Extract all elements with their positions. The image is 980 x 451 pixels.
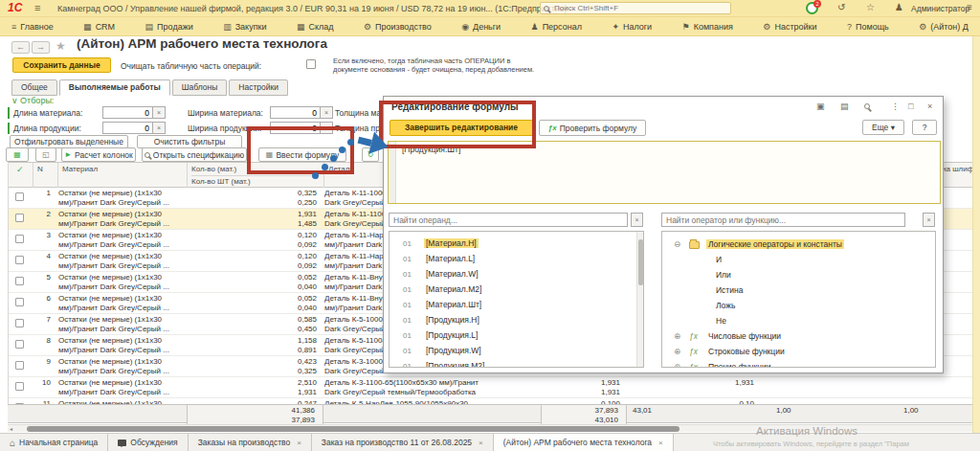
filters-section-toggle[interactable]: ∨ Отборы: (11, 96, 54, 105)
filter-input[interactable] (102, 106, 153, 119)
menu-item-ayton[interactable]: ⚙(Айтон) Д (919, 22, 969, 32)
user-name[interactable]: Администратор (911, 4, 969, 13)
operand-item[interactable]: 01[Материал.M2] (390, 283, 643, 298)
filter-selected-button[interactable]: Отфильтровать выделенные (10, 135, 128, 148)
menu-item-staff[interactable]: ♟Персонал (531, 22, 582, 32)
taskbar-tab-0[interactable]: ⌂Начальная страница (0, 434, 108, 451)
clear-operand-search-icon[interactable]: × (631, 213, 643, 227)
operand-item[interactable]: 01[Продукция.L] (390, 329, 643, 344)
operator-search-input[interactable] (661, 213, 905, 227)
preview-icon[interactable] (864, 101, 870, 111)
print-icon[interactable]: ▤ (840, 101, 849, 111)
operand-item[interactable]: 01[Материал.W] (390, 268, 643, 282)
operand-item[interactable]: 01[Продукция.M2] (390, 360, 643, 368)
user-icon[interactable]: ♟ (895, 2, 903, 12)
favorites-icon[interactable]: ☆ (866, 2, 875, 12)
scrollbar-thumb[interactable] (27, 426, 679, 432)
operand-item[interactable]: 01[Продукция.W] (390, 345, 643, 359)
row-checkbox[interactable] (15, 298, 24, 306)
menu-item-production[interactable]: ⚙Производство (364, 22, 432, 32)
taskbar-tab-2[interactable]: Заказы на производство× (189, 434, 312, 451)
tab-0[interactable]: Общее (11, 79, 57, 96)
history-icon[interactable]: ↺ (837, 2, 845, 12)
close-icon[interactable]: × (927, 101, 932, 111)
clear-filters-button[interactable]: Очистить фильтры (137, 135, 242, 148)
operand-item[interactable]: 01[Материал.H] (390, 237, 643, 252)
filter-input[interactable] (270, 122, 321, 134)
vertical-scrollbar[interactable] (972, 36, 980, 433)
operand-item[interactable]: 01[Материал.Шт] (390, 299, 643, 313)
clear-filter-icon[interactable]: × (153, 106, 166, 119)
column-header-n[interactable]: N (33, 163, 58, 189)
menu-item-crm[interactable]: ▦CRM (83, 22, 115, 32)
clear-filter-icon[interactable]: × (321, 106, 333, 119)
copy-button[interactable]: ◱ (35, 147, 56, 162)
tab-3[interactable]: Настройки (229, 79, 288, 96)
menu-item-sales[interactable]: ▤Продажи (145, 22, 193, 32)
function-group[interactable]: ⊕ƒxСтроковые функции (662, 345, 935, 360)
operand-search-input[interactable] (389, 213, 628, 227)
row-checkbox[interactable] (15, 235, 24, 243)
menu-item-company[interactable]: ⚑Компания (682, 22, 733, 32)
column-header-qty[interactable]: Кол-во (мат.)Кол-во ШТ (мат.) (188, 163, 324, 189)
clear-ops-checkbox[interactable] (306, 59, 316, 69)
save-icon[interactable]: ▣ (816, 101, 825, 111)
formula-input-area[interactable]: [Продукция.Шт] (388, 141, 941, 204)
more-button[interactable]: Еще ▾ (862, 120, 904, 135)
operator-item[interactable]: И (662, 253, 935, 268)
main-menu-icon[interactable]: ≡ (34, 2, 40, 13)
filter-input[interactable] (102, 122, 153, 134)
column-header-select[interactable]: ✓ (9, 163, 33, 189)
forward-button[interactable]: → (32, 41, 50, 54)
operator-item[interactable]: Истина (662, 283, 935, 299)
global-search[interactable] (540, 2, 731, 14)
more-menu-icon[interactable]: ⋮ (891, 101, 900, 111)
function-group[interactable]: ⊕ƒxПрочие функции (662, 360, 935, 368)
tab-1[interactable]: Выполняемые работы (59, 79, 170, 96)
expand-icon[interactable]: ⊕ (674, 331, 680, 341)
operand-item[interactable]: 01[Продукция.H] (390, 314, 643, 328)
open-spec-button[interactable]: Открыть спецификацию (142, 147, 247, 162)
scroll-left-icon[interactable]: ◂ (10, 425, 12, 432)
maximize-icon[interactable]: □ (908, 101, 913, 111)
favorite-star-icon[interactable]: ★ (56, 39, 66, 53)
menu-item-warehouse[interactable]: ▦Склад (297, 22, 334, 32)
back-button[interactable]: ← (11, 41, 30, 54)
function-group[interactable]: ⊕ƒxЧисловые функции (662, 329, 935, 345)
clear-filter-icon[interactable]: × (321, 122, 333, 134)
close-tab-icon[interactable]: × (479, 439, 483, 447)
operand-item[interactable]: 01[Материал.L] (390, 253, 643, 267)
row-checkbox[interactable] (15, 340, 24, 349)
operator-group-logical[interactable]: ⊖Логические операторы и константы (662, 237, 935, 253)
row-checkbox[interactable] (15, 214, 24, 222)
save-data-button[interactable]: Сохранить данные (12, 57, 111, 73)
taskbar-tab-4[interactable]: (Айтон) АРМ рабочего места технолога× (494, 434, 674, 451)
select-all-check-icon[interactable]: ✓ (16, 165, 24, 174)
row-checkbox[interactable] (15, 361, 24, 370)
collapse-icon[interactable]: ⊖ (674, 239, 680, 249)
operator-item[interactable]: Не (662, 314, 935, 329)
clear-operator-search-icon[interactable]: × (923, 213, 935, 227)
row-checkbox[interactable] (15, 256, 24, 264)
row-checkbox[interactable] (15, 319, 24, 327)
operator-item[interactable]: Или (662, 268, 935, 283)
toolbar-settings-icon[interactable]: ≡ (967, 2, 972, 12)
menu-item-settings[interactable]: ⚙Настройки (763, 22, 816, 32)
finish-editing-button[interactable]: Завершить редактирование (390, 120, 533, 136)
clear-filter-icon[interactable]: × (153, 122, 166, 134)
close-tab-icon[interactable]: × (297, 439, 301, 447)
row-checkbox[interactable] (15, 277, 24, 285)
check-formula-button[interactable]: ƒxПроверить формулу (539, 120, 646, 136)
filter-input[interactable] (270, 106, 321, 119)
menu-item-money[interactable]: ◉Деньги (461, 22, 501, 32)
row-checkbox[interactable] (15, 192, 24, 201)
operator-item[interactable]: Ложь (662, 299, 935, 314)
close-tab-icon[interactable]: × (658, 439, 663, 447)
column-header-material[interactable]: Материал (58, 163, 188, 189)
taskbar-tab-1[interactable]: Обсуждения (108, 434, 188, 451)
expand-icon[interactable]: ⊕ (674, 362, 680, 368)
menu-item-help[interactable]: ?Помощь (847, 22, 889, 32)
help-button[interactable]: ? (912, 120, 937, 135)
table-row[interactable]: 10Остатки (не мерные) (1х1х30мм)/Гранит … (9, 377, 972, 398)
search-input[interactable] (552, 3, 715, 13)
